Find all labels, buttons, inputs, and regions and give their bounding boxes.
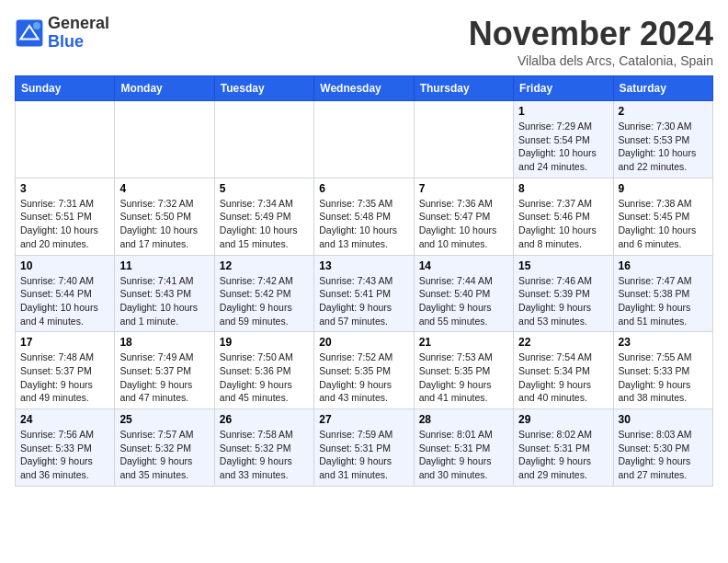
- calendar-cell: 18Sunrise: 7:49 AM Sunset: 5:37 PM Dayli…: [115, 332, 214, 409]
- calendar-week-row: 10Sunrise: 7:40 AM Sunset: 5:44 PM Dayli…: [16, 255, 713, 332]
- day-detail: Sunrise: 7:47 AM Sunset: 5:38 PM Dayligh…: [619, 274, 708, 328]
- calendar-cell: 6Sunrise: 7:35 AM Sunset: 5:48 PM Daylig…: [314, 178, 414, 255]
- calendar-cell: 14Sunrise: 7:44 AM Sunset: 5:40 PM Dayli…: [414, 255, 513, 332]
- calendar-header: SundayMondayTuesdayWednesdayThursdayFrid…: [16, 76, 713, 101]
- calendar-cell: 22Sunrise: 7:54 AM Sunset: 5:34 PM Dayli…: [514, 332, 613, 409]
- day-detail: Sunrise: 7:30 AM Sunset: 5:53 PM Dayligh…: [619, 120, 708, 174]
- day-number: 14: [419, 259, 508, 272]
- calendar-cell: 23Sunrise: 7:55 AM Sunset: 5:33 PM Dayli…: [613, 332, 712, 409]
- calendar-week-row: 17Sunrise: 7:48 AM Sunset: 5:37 PM Dayli…: [16, 332, 713, 409]
- day-number: 20: [319, 336, 408, 349]
- day-detail: Sunrise: 7:44 AM Sunset: 5:40 PM Dayligh…: [419, 274, 508, 328]
- day-number: 18: [119, 336, 209, 349]
- day-number: 11: [119, 259, 209, 272]
- day-number: 27: [319, 413, 408, 426]
- logo-line2: Blue: [48, 33, 109, 52]
- title-section: November 2024 Vilalba dels Arcs, Catalon…: [469, 15, 713, 68]
- day-detail: Sunrise: 7:50 AM Sunset: 5:36 PM Dayligh…: [220, 350, 309, 405]
- calendar-cell: 4Sunrise: 7:32 AM Sunset: 5:50 PM Daylig…: [115, 178, 214, 255]
- calendar-cell: 24Sunrise: 7:56 AM Sunset: 5:33 PM Dayli…: [16, 409, 115, 487]
- day-detail: Sunrise: 7:53 AM Sunset: 5:35 PM Dayligh…: [419, 350, 508, 405]
- calendar-cell: [414, 101, 513, 178]
- header-row: SundayMondayTuesdayWednesdayThursdayFrid…: [16, 76, 713, 101]
- calendar-body: 1Sunrise: 7:29 AM Sunset: 5:54 PM Daylig…: [16, 101, 713, 487]
- calendar-cell: 7Sunrise: 7:36 AM Sunset: 5:47 PM Daylig…: [414, 178, 513, 255]
- day-detail: Sunrise: 7:40 AM Sunset: 5:44 PM Dayligh…: [20, 274, 109, 328]
- day-number: 29: [518, 413, 608, 426]
- day-detail: Sunrise: 7:42 AM Sunset: 5:42 PM Dayligh…: [220, 274, 309, 328]
- calendar-cell: [115, 101, 214, 178]
- day-detail: Sunrise: 7:49 AM Sunset: 5:37 PM Dayligh…: [119, 350, 209, 405]
- day-detail: Sunrise: 8:03 AM Sunset: 5:30 PM Dayligh…: [619, 428, 708, 482]
- calendar-week-row: 3Sunrise: 7:31 AM Sunset: 5:51 PM Daylig…: [16, 178, 713, 255]
- calendar-cell: 19Sunrise: 7:50 AM Sunset: 5:36 PM Dayli…: [214, 332, 313, 409]
- calendar-cell: 11Sunrise: 7:41 AM Sunset: 5:43 PM Dayli…: [115, 255, 214, 332]
- day-number: 9: [619, 182, 708, 195]
- day-detail: Sunrise: 7:58 AM Sunset: 5:32 PM Dayligh…: [220, 428, 309, 482]
- calendar-week-row: 24Sunrise: 7:56 AM Sunset: 5:33 PM Dayli…: [16, 409, 713, 487]
- header-day: Saturday: [613, 76, 712, 101]
- day-detail: Sunrise: 7:41 AM Sunset: 5:43 PM Dayligh…: [119, 274, 209, 328]
- day-detail: Sunrise: 7:56 AM Sunset: 5:33 PM Dayligh…: [20, 428, 109, 482]
- calendar-cell: 12Sunrise: 7:42 AM Sunset: 5:42 PM Dayli…: [214, 255, 313, 332]
- day-number: 28: [419, 413, 508, 426]
- day-detail: Sunrise: 7:59 AM Sunset: 5:31 PM Dayligh…: [319, 428, 408, 482]
- day-number: 6: [319, 182, 408, 195]
- logo: General Blue: [15, 15, 109, 52]
- day-detail: Sunrise: 7:52 AM Sunset: 5:35 PM Dayligh…: [319, 350, 408, 405]
- day-number: 26: [220, 413, 309, 426]
- day-detail: Sunrise: 7:57 AM Sunset: 5:32 PM Dayligh…: [119, 428, 209, 482]
- header-day: Wednesday: [314, 76, 414, 101]
- day-detail: Sunrise: 7:43 AM Sunset: 5:41 PM Dayligh…: [319, 274, 408, 328]
- day-detail: Sunrise: 7:35 AM Sunset: 5:48 PM Dayligh…: [319, 197, 408, 251]
- day-number: 2: [619, 105, 708, 118]
- day-detail: Sunrise: 7:29 AM Sunset: 5:54 PM Dayligh…: [518, 120, 608, 174]
- calendar-cell: 2Sunrise: 7:30 AM Sunset: 5:53 PM Daylig…: [613, 101, 712, 178]
- page-header: General Blue November 2024 Vilalba dels …: [15, 15, 713, 68]
- calendar-cell: 28Sunrise: 8:01 AM Sunset: 5:31 PM Dayli…: [414, 409, 513, 487]
- calendar-week-row: 1Sunrise: 7:29 AM Sunset: 5:54 PM Daylig…: [16, 101, 713, 178]
- day-detail: Sunrise: 7:48 AM Sunset: 5:37 PM Dayligh…: [20, 350, 109, 405]
- calendar-cell: 5Sunrise: 7:34 AM Sunset: 5:49 PM Daylig…: [214, 178, 313, 255]
- calendar-cell: [16, 101, 115, 178]
- day-number: 23: [619, 336, 708, 349]
- calendar-cell: 13Sunrise: 7:43 AM Sunset: 5:41 PM Dayli…: [314, 255, 414, 332]
- calendar-cell: 20Sunrise: 7:52 AM Sunset: 5:35 PM Dayli…: [314, 332, 414, 409]
- day-detail: Sunrise: 8:02 AM Sunset: 5:31 PM Dayligh…: [518, 428, 608, 482]
- day-number: 15: [518, 259, 608, 272]
- day-number: 22: [518, 336, 608, 349]
- logo-icon: [15, 18, 44, 48]
- calendar-cell: [214, 101, 313, 178]
- svg-point-2: [33, 22, 40, 29]
- day-detail: Sunrise: 7:37 AM Sunset: 5:46 PM Dayligh…: [518, 197, 608, 251]
- calendar-cell: 9Sunrise: 7:38 AM Sunset: 5:45 PM Daylig…: [613, 178, 712, 255]
- day-number: 4: [119, 182, 209, 195]
- calendar-cell: 27Sunrise: 7:59 AM Sunset: 5:31 PM Dayli…: [314, 409, 414, 487]
- month-title: November 2024: [469, 15, 713, 53]
- day-number: 16: [619, 259, 708, 272]
- day-detail: Sunrise: 7:32 AM Sunset: 5:50 PM Dayligh…: [119, 197, 209, 251]
- day-number: 24: [20, 413, 109, 426]
- calendar-cell: 1Sunrise: 7:29 AM Sunset: 5:54 PM Daylig…: [514, 101, 613, 178]
- day-detail: Sunrise: 7:46 AM Sunset: 5:39 PM Dayligh…: [518, 274, 608, 328]
- day-number: 21: [419, 336, 508, 349]
- calendar-cell: 15Sunrise: 7:46 AM Sunset: 5:39 PM Dayli…: [514, 255, 613, 332]
- day-detail: Sunrise: 7:36 AM Sunset: 5:47 PM Dayligh…: [419, 197, 508, 251]
- day-number: 3: [20, 182, 109, 195]
- calendar-cell: 21Sunrise: 7:53 AM Sunset: 5:35 PM Dayli…: [414, 332, 513, 409]
- calendar-cell: [314, 101, 414, 178]
- header-day: Tuesday: [214, 76, 313, 101]
- calendar-cell: 8Sunrise: 7:37 AM Sunset: 5:46 PM Daylig…: [514, 178, 613, 255]
- header-day: Sunday: [16, 76, 115, 101]
- day-number: 5: [220, 182, 309, 195]
- header-day: Friday: [514, 76, 613, 101]
- day-number: 19: [220, 336, 309, 349]
- day-number: 7: [419, 182, 508, 195]
- calendar-cell: 17Sunrise: 7:48 AM Sunset: 5:37 PM Dayli…: [16, 332, 115, 409]
- day-detail: Sunrise: 7:34 AM Sunset: 5:49 PM Dayligh…: [220, 197, 309, 251]
- calendar-cell: 10Sunrise: 7:40 AM Sunset: 5:44 PM Dayli…: [16, 255, 115, 332]
- calendar-cell: 25Sunrise: 7:57 AM Sunset: 5:32 PM Dayli…: [115, 409, 214, 487]
- day-number: 17: [20, 336, 109, 349]
- calendar-cell: 26Sunrise: 7:58 AM Sunset: 5:32 PM Dayli…: [214, 409, 313, 487]
- header-day: Monday: [115, 76, 214, 101]
